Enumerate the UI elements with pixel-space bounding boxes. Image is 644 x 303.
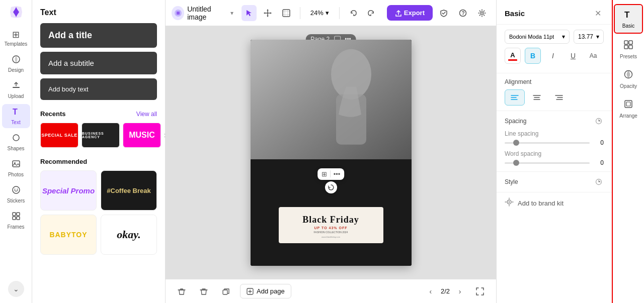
- svg-point-27: [509, 201, 510, 203]
- recent-item-agency-text: BUSINESS AGENCY: [82, 132, 119, 139]
- sidebar-item-text[interactable]: T Text: [2, 104, 30, 128]
- page-navigation: ‹ 2/2 ›: [425, 285, 466, 297]
- sidebar-item-stickers[interactable]: Stickers: [2, 182, 30, 207]
- duplicate-icon[interactable]: [218, 283, 234, 299]
- canvas-content[interactable]: Page 2 •••: [166, 26, 496, 279]
- redo-button[interactable]: [363, 5, 379, 21]
- file-menu-arrow[interactable]: ▾: [230, 10, 233, 17]
- line-spacing-row: 0: [505, 139, 604, 146]
- recents-next-arrow[interactable]: ›: [164, 123, 165, 148]
- prev-page-button[interactable]: ‹: [425, 285, 437, 297]
- spacing-reset-button[interactable]: [594, 116, 604, 126]
- spacing-section: Spacing Line spacing 0 Word spacing 0: [497, 111, 612, 172]
- word-spacing-label: Word spacing: [505, 150, 604, 157]
- sidebar-item-templates[interactable]: ⊞ Templates: [2, 26, 30, 50]
- style-reset-button[interactable]: [594, 177, 604, 187]
- tab-arrange[interactable]: Arrange: [614, 95, 643, 123]
- word-spacing-thumb[interactable]: [513, 160, 519, 166]
- recent-item-music[interactable]: MUSIC: [123, 123, 161, 148]
- bf-text-card[interactable]: Black Friday UP TO 43% OFF FASHION COLLE…: [279, 207, 383, 243]
- undo-button[interactable]: [346, 5, 362, 21]
- sidebar-item-design[interactable]: Design: [2, 52, 30, 76]
- word-spacing-row: 0: [505, 159, 604, 166]
- add-title-button[interactable]: Add a title: [40, 23, 157, 48]
- svg-text:?: ?: [461, 11, 464, 16]
- add-page-button[interactable]: Add page: [240, 284, 291, 298]
- recent-item-agency[interactable]: BUSINESS AGENCY: [82, 123, 120, 148]
- recents-section-header: Recents View all: [32, 106, 165, 121]
- line-spacing-thumb[interactable]: [513, 140, 519, 146]
- line-spacing-slider[interactable]: [505, 142, 590, 144]
- svg-point-7: [14, 189, 15, 190]
- help-button[interactable]: ?: [455, 5, 471, 21]
- delete-icon[interactable]: [174, 283, 190, 299]
- sidebar-item-frames[interactable]: Frames: [2, 209, 30, 233]
- sidebar-item-photos-label: Photos: [8, 172, 24, 177]
- add-page-label: Add page: [257, 287, 285, 295]
- next-page-button[interactable]: ›: [454, 285, 466, 297]
- svg-rect-29: [624, 41, 628, 44]
- bf-card-body: FASHION COLLECTION 2024: [285, 231, 377, 234]
- font-case-button[interactable]: Aa: [585, 48, 601, 64]
- recent-item-sale[interactable]: SPECIAL SALE: [40, 123, 78, 148]
- zoom-control[interactable]: 24% ▾: [306, 7, 333, 19]
- recommended-section-header: Recommended: [32, 154, 165, 168]
- shield-button[interactable]: [436, 5, 452, 21]
- remove-icon[interactable]: [196, 283, 212, 299]
- export-button[interactable]: Export: [387, 5, 433, 21]
- font-family-select[interactable]: Bodoni Moda 11pt ▾: [505, 30, 570, 44]
- bf-card-title: Black Friday: [285, 215, 377, 225]
- style-row: Style: [505, 177, 604, 187]
- copy-icon[interactable]: ⊞: [321, 170, 327, 178]
- svg-rect-22: [223, 290, 227, 294]
- sel-divider: [330, 170, 331, 177]
- text-panel: Text Add a title Add a subtitle Add body…: [32, 0, 166, 303]
- more-button[interactable]: ⌄: [8, 281, 24, 297]
- tab-presets[interactable]: Presets: [614, 36, 643, 63]
- bold-button[interactable]: B: [525, 48, 541, 64]
- select-tool-button[interactable]: [242, 5, 256, 21]
- svg-rect-19: [251, 40, 412, 164]
- add-body-button[interactable]: Add body text: [40, 78, 157, 100]
- align-right-button[interactable]: [549, 89, 569, 106]
- tab-opacity[interactable]: Opacity: [614, 65, 643, 93]
- svg-point-17: [480, 12, 483, 14]
- sidebar-item-photos[interactable]: Photos: [2, 156, 30, 180]
- rec-item-promo[interactable]: Special Promo: [40, 170, 97, 211]
- recent-item-music-text: MUSIC: [129, 131, 155, 140]
- move-tool-button[interactable]: [261, 5, 275, 21]
- bf-card-subtitle: UP TO 43% OFF: [285, 226, 377, 230]
- rec-item-coffee[interactable]: #Coffee Break: [101, 170, 157, 211]
- tab-arrange-label: Arrange: [619, 113, 637, 119]
- stickers-icon: [12, 185, 21, 197]
- align-center-button[interactable]: [527, 89, 547, 106]
- more-options-icon[interactable]: •••: [334, 170, 341, 178]
- properties-panel: Basic ✕ Bodoni Moda 11pt ▾ 13.77 ▾ A B I…: [496, 0, 612, 303]
- rotate-button[interactable]: [325, 181, 337, 193]
- font-size-input[interactable]: 13.77 ▾: [574, 30, 604, 44]
- tab-opacity-label: Opacity: [620, 83, 637, 89]
- font-section: Bodoni Moda 11pt ▾ 13.77 ▾ A B I U Aa: [497, 25, 612, 73]
- sidebar-item-shapes[interactable]: Shapes: [2, 130, 30, 154]
- fit-to-screen-button[interactable]: [472, 283, 488, 299]
- underline-button[interactable]: U: [565, 48, 581, 64]
- brand-kit-button[interactable]: Add to brand kit: [497, 192, 612, 214]
- tab-sidebar: T Basic Presets Opacity Arrange: [612, 0, 644, 303]
- file-name-label: Untitled image: [187, 5, 227, 21]
- tab-basic[interactable]: T Basic: [614, 4, 643, 34]
- frame-tool-button[interactable]: [279, 5, 294, 21]
- add-subtitle-button[interactable]: Add a subtitle: [40, 52, 157, 74]
- italic-button[interactable]: I: [545, 48, 561, 64]
- sidebar-item-design-label: Design: [8, 67, 24, 73]
- panel-close-button[interactable]: ✕: [592, 7, 604, 19]
- rec-item-okay[interactable]: okay.: [101, 215, 157, 255]
- canvas-page[interactable]: Black Friday UP TO 43% OFF FASHION COLLE…: [251, 40, 412, 266]
- text-color-button[interactable]: A: [505, 48, 521, 64]
- settings-button[interactable]: [474, 5, 490, 21]
- align-left-button[interactable]: [505, 89, 525, 106]
- view-all-button[interactable]: View all: [136, 111, 157, 118]
- sidebar-item-upload[interactable]: Upload: [2, 78, 30, 102]
- word-spacing-slider[interactable]: [505, 162, 590, 164]
- brand-kit-label: Add to brand kit: [518, 199, 564, 207]
- rec-item-babytoy[interactable]: BABYTOY: [40, 215, 97, 255]
